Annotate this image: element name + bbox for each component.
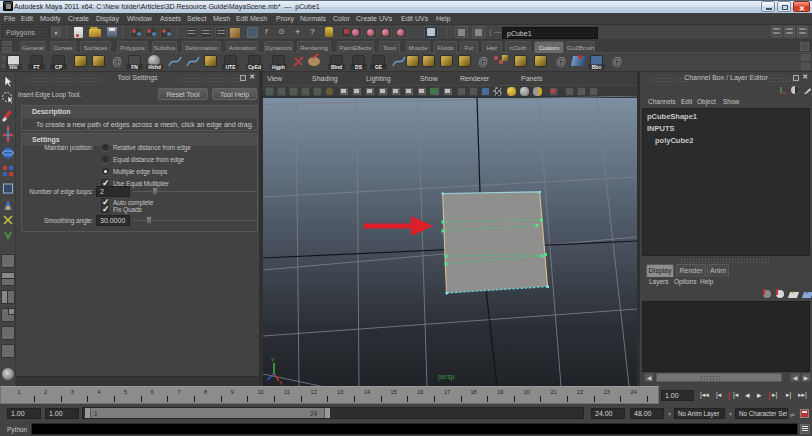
svg-text:+: + [805,289,809,295]
svg-text:+: + [791,289,795,295]
svg-text:persp: persp [438,373,455,381]
